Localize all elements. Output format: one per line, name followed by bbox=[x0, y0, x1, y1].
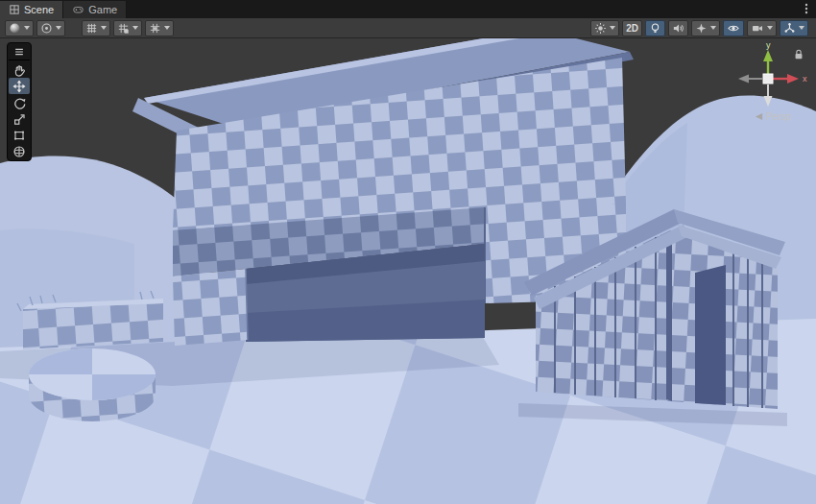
scene-lighting-toggle[interactable] bbox=[645, 20, 665, 36]
scene-visibility-toggle[interactable] bbox=[723, 20, 744, 36]
tool-strip bbox=[7, 42, 32, 161]
dropdown-caret-icon bbox=[56, 26, 61, 30]
rect-icon bbox=[12, 129, 26, 142]
axis-globe-icon bbox=[783, 22, 796, 35]
projection-label[interactable]: Persp bbox=[755, 111, 791, 122]
overlay-menu-button[interactable] bbox=[9, 44, 30, 60]
dropdown-caret-icon bbox=[799, 26, 804, 30]
view-tool-button[interactable] bbox=[9, 61, 30, 78]
tab-scene[interactable]: Scene bbox=[0, 1, 63, 18]
scene-grid-icon bbox=[9, 4, 20, 15]
well[interactable] bbox=[29, 348, 156, 421]
hand-icon bbox=[12, 63, 26, 77]
snap-increment-dropdown[interactable] bbox=[145, 20, 174, 36]
gizmo-lock[interactable] bbox=[793, 48, 804, 60]
grid-snapping-dropdown[interactable] bbox=[113, 20, 142, 36]
kebab-menu-icon[interactable] bbox=[800, 2, 813, 15]
circle-dot-icon bbox=[40, 22, 53, 35]
tab-scene-label: Scene bbox=[24, 4, 54, 15]
snap-move-icon bbox=[149, 22, 161, 35]
transform-tool-button[interactable] bbox=[9, 143, 30, 159]
grid-snap-icon bbox=[117, 22, 130, 35]
camera-icon bbox=[751, 22, 764, 35]
dropdown-caret-icon bbox=[710, 26, 716, 30]
lightbulb-icon bbox=[649, 22, 661, 35]
scale-tool-button[interactable] bbox=[9, 110, 30, 127]
camera-settings-dropdown[interactable] bbox=[747, 20, 777, 36]
shed-doorway bbox=[695, 265, 726, 405]
gamepad-icon bbox=[72, 4, 84, 15]
transform-icon bbox=[12, 145, 26, 158]
gizmo-center-cube[interactable] bbox=[763, 74, 773, 84]
mode-2d-toggle[interactable]: 2D bbox=[622, 20, 642, 36]
sun-icon bbox=[594, 22, 607, 35]
rotate-tool-button[interactable] bbox=[9, 94, 30, 110]
rotate-icon bbox=[12, 96, 26, 109]
mode-2d-label: 2D bbox=[626, 23, 638, 34]
dropdown-caret-icon bbox=[101, 26, 107, 30]
tab-game[interactable]: Game bbox=[63, 1, 127, 18]
grid-visibility-dropdown[interactable] bbox=[82, 20, 110, 36]
dropdown-caret-icon bbox=[164, 26, 170, 30]
scene-viewport[interactable]: y x Persp bbox=[0, 38, 816, 504]
tab-game-label: Game bbox=[88, 4, 117, 15]
shaded-sphere-icon bbox=[9, 22, 21, 35]
sparkle-icon bbox=[695, 22, 708, 35]
lock-icon bbox=[793, 48, 804, 60]
speaker-icon bbox=[672, 22, 684, 35]
effects-toggle-dropdown[interactable] bbox=[691, 20, 720, 36]
scene-toolbar: 2D bbox=[0, 18, 816, 38]
dropdown-caret-icon bbox=[767, 26, 773, 30]
draw-mode-dropdown[interactable] bbox=[5, 20, 34, 36]
move-icon bbox=[12, 80, 26, 93]
rect-tool-button[interactable] bbox=[9, 127, 30, 143]
scale-icon bbox=[12, 112, 26, 126]
scene-effects-dropdown[interactable] bbox=[590, 20, 619, 36]
grid-icon bbox=[85, 22, 98, 35]
tab-bar: Scene Game bbox=[0, 0, 816, 18]
gizmos-dropdown[interactable] bbox=[780, 20, 808, 36]
persp-cone-icon bbox=[755, 112, 763, 121]
debug-draw-mode-dropdown[interactable] bbox=[36, 20, 65, 36]
scene-audio-toggle[interactable] bbox=[668, 20, 688, 36]
move-tool-button[interactable] bbox=[9, 78, 30, 94]
scene-render[interactable] bbox=[0, 38, 816, 504]
hamburger-icon bbox=[13, 46, 25, 58]
axis-x-label: x bbox=[803, 74, 807, 84]
unity-editor-window: Scene Game bbox=[0, 0, 816, 504]
dropdown-caret-icon bbox=[24, 26, 30, 30]
axis-y-label: y bbox=[766, 40, 771, 50]
persp-text: Persp bbox=[766, 111, 791, 122]
dropdown-caret-icon bbox=[132, 26, 138, 30]
dropdown-caret-icon bbox=[610, 26, 615, 30]
eye-icon bbox=[727, 22, 740, 35]
